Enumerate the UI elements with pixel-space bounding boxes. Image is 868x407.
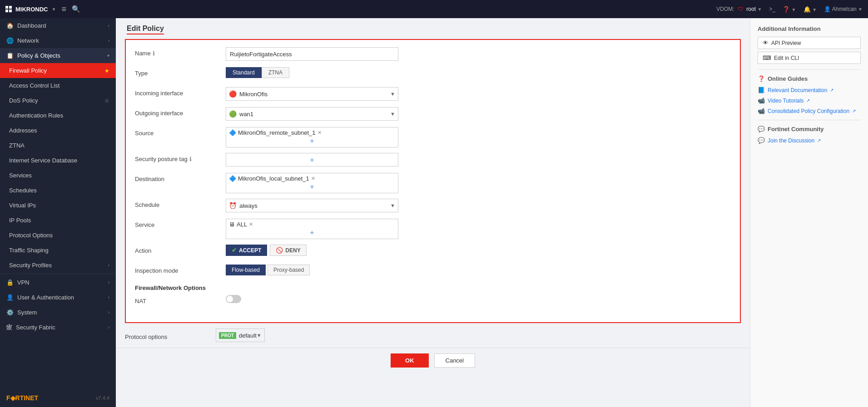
version-label: v7.4.4 bbox=[96, 395, 109, 401]
source-tag-row: 🔷 MikronOfis_remote_subnet_1 ✕ bbox=[229, 129, 395, 136]
destination-row: Destination 🔷 MikronOfis_local_subnet_1 … bbox=[135, 173, 731, 193]
sidebar-item-isd[interactable]: Internet Service Database bbox=[0, 153, 116, 168]
chevron-icon: › bbox=[108, 23, 109, 28]
outgoing-interface-icon: 🟢 bbox=[229, 110, 237, 118]
video-tutorials-link[interactable]: 📹 Video Tutorials ↗ bbox=[758, 97, 861, 104]
sidebar-item-virtual-ips[interactable]: Virtual IPs bbox=[0, 198, 116, 213]
topbar-left: MIKRONDC ▼ ≡ 🔍 bbox=[5, 5, 80, 14]
cli-btn[interactable]: >_ bbox=[769, 6, 775, 12]
sidebar-item-schedules[interactable]: Schedules bbox=[0, 183, 116, 198]
proxy-based-button[interactable]: Proxy-based bbox=[268, 265, 310, 275]
edit-cli-button[interactable]: ⌨ Edit in CLI bbox=[758, 52, 861, 64]
sidebar-item-addresses[interactable]: Addresses bbox=[0, 123, 116, 138]
sidebar-item-security-profiles[interactable]: Security Profiles › bbox=[0, 258, 116, 273]
community-icon: 💬 bbox=[758, 126, 765, 132]
destination-remove-icon[interactable]: ✕ bbox=[311, 176, 315, 181]
sidebar-item-protocol-options[interactable]: Protocol Options bbox=[0, 228, 116, 243]
sidebar-item-ip-pools[interactable]: IP Pools bbox=[0, 213, 116, 228]
source-remove-icon[interactable]: ✕ bbox=[317, 130, 322, 136]
star-icon-dos[interactable]: ☆ bbox=[104, 98, 109, 104]
sidebar-item-access-control[interactable]: Access Control List bbox=[0, 78, 116, 93]
name-input[interactable] bbox=[226, 47, 398, 61]
sidebar-label-virtual-ips: Virtual IPs bbox=[9, 202, 36, 209]
checkmark-icon: ✔ bbox=[232, 247, 237, 254]
sidebar-item-security-fabric[interactable]: 🕸 Security Fabric › bbox=[0, 320, 116, 335]
sidebar-item-system[interactable]: ⚙️ System › bbox=[0, 305, 116, 320]
nat-toggle[interactable] bbox=[226, 295, 241, 303]
destination-label: Destination bbox=[135, 173, 226, 182]
service-remove-icon[interactable]: ✕ bbox=[249, 221, 253, 227]
sidebar-item-auth-rules[interactable]: Authentication Rules bbox=[0, 108, 116, 123]
sidebar-item-services[interactable]: Services bbox=[0, 168, 116, 183]
user-icon: 👤 bbox=[6, 294, 14, 301]
sidebar-item-dos-policy[interactable]: DoS Policy ☆ bbox=[0, 93, 116, 108]
accept-button[interactable]: ✔ ACCEPT bbox=[226, 245, 267, 256]
protocol-dropdown[interactable]: PROT default ▼ bbox=[216, 329, 265, 342]
incoming-dropdown[interactable]: 🔴 MikronOfis ▼ bbox=[226, 87, 398, 101]
sidebar-item-firewall-policy[interactable]: Firewall Policy ★ bbox=[0, 63, 116, 78]
source-label: Source bbox=[135, 127, 226, 137]
cancel-button[interactable]: Cancel bbox=[434, 353, 475, 368]
consolidated-policy-link[interactable]: 📹 Consolidated Policy Configuration ↗ bbox=[758, 108, 861, 114]
schedule-arrow-icon: ▼ bbox=[390, 203, 395, 208]
star-icon[interactable]: ★ bbox=[104, 68, 109, 74]
sidebar-item-user-auth[interactable]: 👤 User & Authentication › bbox=[0, 290, 116, 305]
flow-based-button[interactable]: Flow-based bbox=[226, 265, 266, 275]
sidebar-item-traffic-shaping[interactable]: Traffic Shaping bbox=[0, 243, 116, 258]
right-panel: Additional Information 👁 API Preview ⌨ E… bbox=[750, 18, 868, 407]
vdom-shield-icon: 🛡 bbox=[738, 6, 743, 12]
help-btn[interactable]: ❓ ▼ bbox=[783, 6, 796, 13]
community-title: 💬 Fortinet Community bbox=[758, 126, 861, 132]
deny-button[interactable]: 🚫 DENY bbox=[270, 245, 306, 256]
ok-button[interactable]: OK bbox=[391, 353, 429, 368]
sidebar-item-vpn[interactable]: 🔒 VPN › bbox=[0, 275, 116, 290]
brand-grid-icon bbox=[5, 6, 12, 12]
type-ztna-btn[interactable]: ZTNA bbox=[262, 67, 289, 78]
search-icon[interactable]: 🔍 bbox=[72, 5, 80, 13]
bell-btn[interactable]: 🔔 ▼ bbox=[804, 6, 817, 13]
type-standard-btn[interactable]: Standard bbox=[226, 67, 262, 78]
security-posture-label: Security posture tag ℹ bbox=[135, 153, 226, 162]
source-tag-field[interactable]: 🔷 MikronOfis_remote_subnet_1 ✕ + bbox=[226, 127, 398, 147]
menu-icon[interactable]: ≡ bbox=[61, 5, 66, 14]
security-posture-field[interactable]: + bbox=[226, 153, 398, 167]
user-btn[interactable]: 👤 Ahmetcan ▼ bbox=[824, 6, 863, 12]
nat-control bbox=[226, 295, 398, 304]
page-header: Edit Policy bbox=[116, 18, 750, 39]
security-posture-add-icon[interactable]: + bbox=[229, 156, 395, 164]
relevant-doc-link[interactable]: 📘 Relevant Documentation ↗ bbox=[758, 87, 861, 93]
vpn-icon: 🔒 bbox=[6, 279, 14, 286]
chevron-icon: › bbox=[108, 325, 109, 330]
incoming-label: Incoming interface bbox=[135, 87, 226, 97]
outgoing-dropdown[interactable]: 🟢 wan1 ▼ bbox=[226, 107, 398, 121]
sidebar-footer: F◆RTINET v7.4.4 bbox=[0, 389, 116, 407]
chevron-icon: › bbox=[108, 263, 109, 268]
protocol-value: default bbox=[239, 332, 257, 339]
service-tag-field[interactable]: 🖥 ALL ✕ + bbox=[226, 219, 398, 239]
sidebar-item-ztna[interactable]: ZTNA bbox=[0, 138, 116, 153]
sidebar-item-policy-objects[interactable]: 📋 Policy & Objects ▾ bbox=[0, 48, 116, 63]
sidebar-label-security-profiles: Security Profiles bbox=[9, 262, 52, 269]
join-discussion-link[interactable]: 💬 Join the Discussion ↗ bbox=[758, 137, 861, 144]
source-add-icon[interactable]: + bbox=[229, 137, 395, 145]
dashboard-icon: 🏠 bbox=[6, 22, 14, 29]
api-preview-button[interactable]: 👁 API Preview bbox=[758, 37, 861, 49]
sidebar-item-network[interactable]: 🌐 Network › bbox=[0, 33, 116, 48]
name-info-icon[interactable]: ℹ bbox=[153, 50, 155, 57]
chevron-icon: › bbox=[108, 295, 109, 300]
destination-tag-item: 🔷 MikronOfis_local_subnet_1 ✕ bbox=[229, 175, 315, 182]
incoming-value: MikronOfis bbox=[239, 91, 388, 98]
schedule-dropdown[interactable]: ⏰ always ▼ bbox=[226, 199, 398, 212]
security-posture-info-icon[interactable]: ℹ bbox=[189, 156, 192, 162]
vdom-chevron: ▼ bbox=[757, 7, 762, 12]
sidebar-item-dashboard[interactable]: 🏠 Dashboard › bbox=[0, 18, 116, 33]
service-add-icon[interactable]: + bbox=[229, 229, 395, 237]
destination-tag-field[interactable]: 🔷 MikronOfis_local_subnet_1 ✕ + bbox=[226, 173, 398, 193]
sidebar-label-protocol-options: Protocol Options bbox=[9, 232, 53, 239]
chevron-icon: › bbox=[108, 280, 109, 285]
destination-add-icon[interactable]: + bbox=[229, 183, 395, 191]
sidebar-label-traffic-shaping: Traffic Shaping bbox=[9, 247, 49, 254]
panel-divider-2 bbox=[758, 120, 861, 120]
app-brand: MIKRONDC ▼ bbox=[5, 6, 56, 13]
fortinet-logo: F◆RTINET bbox=[6, 394, 38, 402]
